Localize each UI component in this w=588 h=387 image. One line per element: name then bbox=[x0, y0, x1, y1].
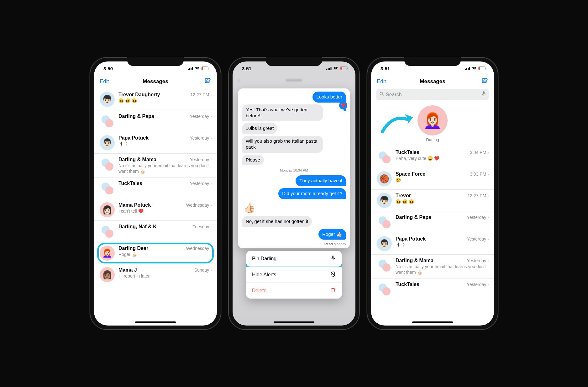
memoji-icon: 🏀 bbox=[379, 174, 389, 184]
conversation-name: TuckTales bbox=[396, 282, 419, 287]
svg-rect-10 bbox=[329, 68, 330, 70]
context-menu-pin[interactable]: Pin Darling bbox=[246, 251, 342, 267]
compose-button[interactable] bbox=[199, 77, 211, 86]
conversation-time: Wednesday› bbox=[186, 246, 212, 251]
message-outgoing: Did your mom already get it? bbox=[278, 188, 346, 199]
mic-icon[interactable] bbox=[482, 91, 486, 98]
svg-rect-13 bbox=[340, 67, 342, 70]
cellular-icon bbox=[188, 67, 193, 70]
memoji-icon: 👩🏻‍🦰 bbox=[102, 248, 112, 258]
conversation-name: Darling & Mama bbox=[396, 258, 433, 263]
conversation-row[interactable]: 👨🏻Papa PotuckYesterday›🕴🏻 ? bbox=[371, 233, 494, 255]
avatar bbox=[377, 258, 392, 273]
conversation-time: Yesterday› bbox=[190, 157, 212, 162]
conversation-time: Yesterday› bbox=[190, 114, 212, 119]
conversation-row[interactable]: 👦🏻Trevor12:27 PM›😆 😆 😆 bbox=[371, 190, 494, 211]
svg-rect-9 bbox=[328, 68, 329, 70]
conversation-name: Darling & Mama bbox=[118, 157, 156, 162]
conversation-row[interactable]: 🏀Space Force3:03 PM›😄 bbox=[371, 168, 494, 190]
conversation-time: 12:27 PM› bbox=[467, 193, 489, 198]
conversation-name: Darling, Naf & K bbox=[118, 224, 157, 230]
chevron-right-icon: › bbox=[487, 193, 489, 198]
conversation-name: Mama Potuck bbox=[118, 202, 151, 208]
nav-bar: Edit Messages bbox=[94, 75, 217, 89]
wifi-icon bbox=[333, 67, 338, 70]
page-title: Messages bbox=[420, 78, 445, 85]
conversation-name: Papa Potuck bbox=[118, 135, 149, 141]
message-incoming: No, get it she has not gotten it bbox=[242, 216, 312, 227]
message-outgoing: Looks better bbox=[312, 92, 346, 103]
conversation-name: Darling & Papa bbox=[396, 215, 431, 220]
home-indicator[interactable] bbox=[135, 321, 176, 323]
home-indicator[interactable] bbox=[274, 321, 314, 323]
conversation-preview: Roger 👍🏻 bbox=[118, 252, 212, 257]
compose-button[interactable] bbox=[476, 77, 488, 86]
svg-rect-17 bbox=[468, 68, 469, 70]
status-time: 3:51 bbox=[242, 66, 251, 71]
conversation-time: Yesterday› bbox=[467, 236, 489, 241]
conversation-row[interactable]: Darling & PapaYesterday› bbox=[94, 110, 217, 132]
battery-low-icon bbox=[201, 66, 209, 70]
conversation-row[interactable]: Darling, Naf & KTuesday› bbox=[94, 221, 217, 242]
conversation-preview: I'll report in later. bbox=[118, 273, 212, 279]
conversation-row[interactable]: 👩🏻Mama PotuckWednesday›I can't tell ❤️ bbox=[94, 199, 217, 221]
message-incoming: 10lbs is great bbox=[242, 123, 277, 134]
chevron-right-icon: › bbox=[487, 150, 489, 155]
conversation-row[interactable]: 👩🏻‍🦰Darling DearWednesday›Roger 👍🏻 bbox=[94, 242, 217, 264]
chevron-right-icon: › bbox=[487, 282, 489, 287]
home-indicator[interactable] bbox=[412, 321, 453, 323]
phone-frame-1: 3:50 Edit Messages 👦🏻Trevor Daugherty12:… bbox=[90, 57, 221, 330]
nav-bar-blurred: ‹——— bbox=[233, 75, 355, 87]
conversation-name: TuckTales bbox=[396, 150, 419, 155]
memoji-icon: 👦🏻 bbox=[379, 196, 389, 205]
message-incoming: Yes! That's what we've gotten before!! bbox=[242, 104, 323, 121]
conversation-preview: 😆 😆 😆 bbox=[396, 199, 489, 205]
message-outgoing: They actually have it bbox=[296, 175, 346, 186]
conversation-time: Tuesday› bbox=[192, 224, 212, 229]
conversation-name: Mama J bbox=[118, 267, 137, 273]
phone-frame-3: 3:51 Edit Messages Search 👩🏻‍🦰 Darli bbox=[367, 57, 498, 330]
notch bbox=[266, 57, 322, 66]
edit-button[interactable]: Edit bbox=[100, 78, 112, 85]
svg-rect-6 bbox=[209, 68, 209, 69]
chevron-right-icon: › bbox=[210, 246, 212, 251]
avatar bbox=[377, 282, 392, 297]
avatar: 👨🏻 bbox=[100, 135, 115, 150]
conversation-name: Darling & Papa bbox=[118, 114, 154, 119]
cellular-icon bbox=[465, 67, 470, 70]
conversation-row[interactable]: Darling & MamaYesterday›No it's actually… bbox=[371, 255, 494, 278]
chevron-right-icon: › bbox=[210, 203, 212, 208]
svg-rect-24 bbox=[483, 91, 485, 94]
conversation-row[interactable]: Darling & MamaYesterday›No it's actually… bbox=[94, 154, 217, 178]
conversation-row[interactable]: TuckTales3:04 PM›Haha, very cute 😄 ❤️ bbox=[371, 146, 494, 168]
conversation-row[interactable]: TuckTalesYesterday› bbox=[94, 178, 217, 199]
context-menu-bell-slash[interactable]: Hide Alerts bbox=[246, 267, 342, 283]
svg-rect-14 bbox=[347, 68, 348, 69]
conversation-row[interactable]: 👦🏻Trevor Daugherty12:27 PM›😆 😆 😆 bbox=[94, 89, 217, 110]
arrow-annotation-icon bbox=[380, 113, 414, 136]
notch bbox=[127, 57, 184, 66]
conversation-preview-card[interactable]: Looks better ❤️ Yes! That's what we've g… bbox=[238, 88, 350, 248]
edit-button[interactable]: Edit bbox=[377, 78, 389, 85]
conversation-list[interactable]: TuckTales3:04 PM›Haha, very cute 😄 ❤️🏀Sp… bbox=[371, 146, 494, 326]
avatar: 👩🏻‍🦰 bbox=[100, 246, 115, 261]
conversation-name: Trevor Daugherty bbox=[118, 92, 160, 98]
conversation-row[interactable]: TuckTalesYesterday› bbox=[371, 278, 494, 300]
context-menu-label: Delete bbox=[252, 288, 266, 294]
conversation-time: Sunday› bbox=[194, 268, 212, 273]
pinned-avatar[interactable]: 👩🏻‍🦰 bbox=[417, 105, 448, 135]
page-title: Messages bbox=[143, 78, 168, 85]
conversation-row[interactable]: 👩🏽Mama JSunday›I'll report in later. bbox=[94, 264, 217, 285]
conversation-row[interactable]: Darling & PapaYesterday› bbox=[371, 211, 494, 233]
conversation-list[interactable]: 👦🏻Trevor Daugherty12:27 PM›😆 😆 😆Darling … bbox=[94, 89, 217, 326]
conversation-row[interactable]: 👨🏻Papa PotuckYesterday›🕴🏻 ? bbox=[94, 132, 217, 154]
search-input[interactable]: Search bbox=[376, 89, 489, 100]
chevron-right-icon: › bbox=[210, 157, 212, 162]
status-time: 3:50 bbox=[103, 66, 113, 71]
wifi-icon bbox=[195, 67, 200, 70]
chevron-right-icon: › bbox=[210, 268, 212, 273]
svg-rect-2 bbox=[191, 68, 192, 70]
context-menu-trash[interactable]: Delete bbox=[246, 283, 342, 299]
pin-icon bbox=[330, 255, 336, 262]
svg-rect-15 bbox=[465, 69, 466, 70]
